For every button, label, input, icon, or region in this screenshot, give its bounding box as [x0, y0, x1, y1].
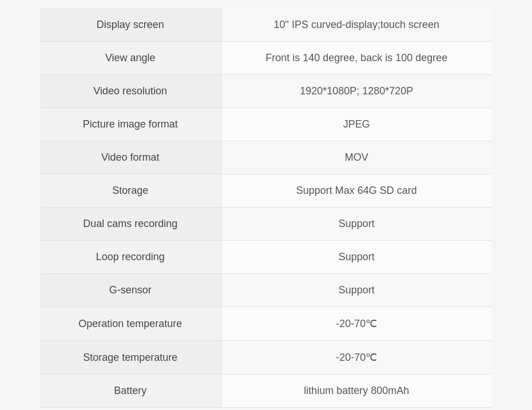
table-row: Dual cams recordingSupport — [40, 208, 492, 241]
spec-value: Support Max 64G SD card — [221, 174, 492, 208]
spec-label: Loop recording — [40, 241, 221, 274]
table-row: Operation temperature-20-70℃ — [40, 307, 492, 341]
spec-value: -20-70℃ — [221, 307, 492, 341]
spec-value: Support — [221, 208, 492, 241]
table-row: Loop recordingSupport — [40, 241, 492, 274]
spec-table-container: Display screen10" IPS curved-display;tou… — [0, 0, 532, 410]
spec-label: Operation temperature — [40, 307, 221, 341]
table-row: Storage temperature-20-70℃ — [40, 341, 492, 375]
spec-value: 1920*1080P; 1280*720P — [221, 75, 492, 108]
table-row: Picture image formatJPEG — [40, 108, 492, 141]
spec-value: lithium battery 800mAh — [221, 375, 492, 408]
spec-value: Support — [221, 241, 492, 274]
spec-label: View angle — [40, 42, 221, 75]
spec-value: Front is 140 degree, back is 100 degree — [221, 42, 492, 75]
table-row: G-sensorSupport — [40, 274, 492, 307]
spec-value: -20-70℃ — [221, 341, 492, 375]
table-row: Video formatMOV — [40, 141, 492, 174]
table-row: Video resolution1920*1080P; 1280*720P — [40, 75, 492, 108]
spec-value: Support — [221, 274, 492, 307]
table-row: Batterylithium battery 800mAh — [40, 375, 492, 408]
spec-label: Video resolution — [40, 75, 221, 108]
spec-value: MOV — [221, 141, 492, 174]
table-row: Display screen10" IPS curved-display;tou… — [40, 9, 492, 42]
spec-value: 10" IPS curved-display;touch screen — [221, 9, 492, 42]
spec-label: Dual cams recording — [40, 208, 221, 241]
spec-label: Video format — [40, 141, 221, 174]
spec-value: JPEG — [221, 108, 492, 141]
table-row: StorageSupport Max 64G SD card — [40, 174, 492, 208]
spec-label: Storage temperature — [40, 341, 221, 375]
specifications-table: Display screen10" IPS curved-display;tou… — [40, 9, 492, 408]
spec-label: Display screen — [40, 9, 221, 42]
spec-label: G-sensor — [40, 274, 221, 307]
table-row: View angleFront is 140 degree, back is 1… — [40, 42, 492, 75]
spec-label: Storage — [40, 174, 221, 208]
spec-label: Picture image format — [40, 108, 221, 141]
spec-label: Battery — [40, 375, 221, 408]
